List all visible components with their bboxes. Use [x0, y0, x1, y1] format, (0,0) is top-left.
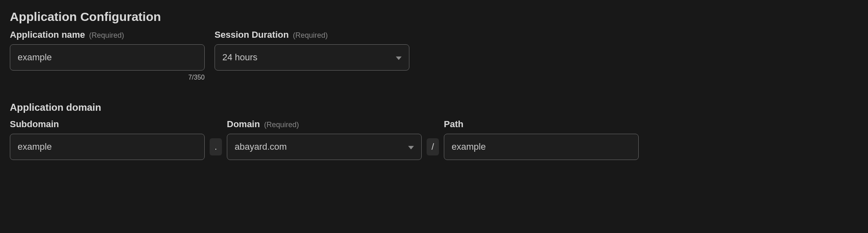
label-line-application-name: Application name (Required) [10, 30, 205, 40]
application-name-counter: 7/350 [10, 74, 205, 81]
label-path: Path [444, 119, 464, 130]
session-duration-select[interactable]: 24 hours [215, 44, 409, 71]
label-line-session-duration: Session Duration (Required) [215, 30, 409, 40]
label-line-domain: Domain (Required) [227, 119, 422, 130]
field-subdomain: Subdomain [10, 119, 205, 160]
label-line-subdomain: Subdomain [10, 119, 205, 130]
row-app-domain: Subdomain . Domain (Required) abayard.co… [10, 119, 858, 160]
field-path: Path [444, 119, 639, 160]
row-name-session: Application name (Required) 7/350 Sessio… [10, 30, 858, 81]
field-domain: Domain (Required) abayard.com [227, 119, 422, 160]
session-duration-selected: 24 hours [222, 52, 258, 63]
section-title-app-config: Application Configuration [10, 10, 858, 24]
label-line-path: Path [444, 119, 639, 130]
domain-select[interactable]: abayard.com [227, 134, 422, 160]
subdomain-input[interactable] [10, 134, 205, 160]
required-domain: (Required) [264, 121, 299, 129]
caret-down-icon [408, 142, 414, 152]
slash-separator: / [427, 138, 439, 155]
dot-separator: . [210, 138, 222, 155]
field-session-duration: Session Duration (Required) 24 hours [215, 30, 409, 71]
required-session-duration: (Required) [293, 31, 328, 40]
caret-down-icon [396, 52, 402, 63]
path-input[interactable] [444, 134, 639, 160]
field-application-name: Application name (Required) 7/350 [10, 30, 205, 81]
label-domain: Domain [227, 119, 260, 130]
label-session-duration: Session Duration [215, 30, 289, 40]
label-subdomain: Subdomain [10, 119, 59, 130]
required-application-name: (Required) [89, 31, 124, 40]
subsection-title-app-domain: Application domain [10, 102, 858, 113]
domain-selected: abayard.com [235, 142, 287, 152]
application-name-input[interactable] [10, 44, 205, 71]
label-application-name: Application name [10, 30, 85, 40]
